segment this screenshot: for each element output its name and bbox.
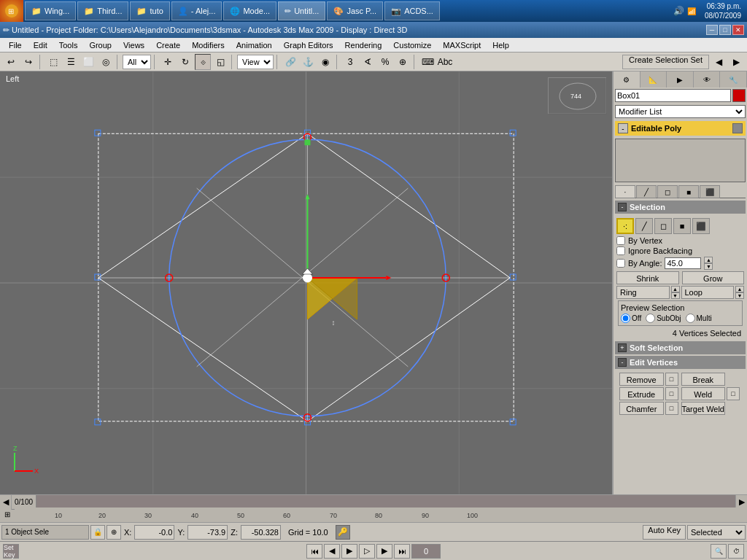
element-icon[interactable]: ⬛ [692, 218, 710, 234]
target-weld-button[interactable]: Target Weld [681, 402, 726, 415]
menu-help[interactable]: Help [487, 39, 515, 51]
rect-select-button[interactable]: ⬜ [80, 54, 96, 70]
loop-up-button[interactable]: ▲ [735, 286, 744, 292]
bind-button[interactable]: ◉ [317, 54, 333, 70]
lock-icon[interactable]: 🔒 [90, 525, 105, 540]
unlink-button[interactable]: ⚓ [300, 54, 316, 70]
toolbar-extra1[interactable]: ◀ [711, 54, 727, 70]
3d-snap-button[interactable]: 3 [342, 54, 358, 70]
menu-maxscript[interactable]: MAXScript [437, 39, 487, 51]
scale-button[interactable]: ⟐ [195, 54, 211, 70]
menu-animation[interactable]: Animation [231, 39, 278, 51]
remove-button[interactable]: Remove [619, 373, 664, 386]
angle-value-input[interactable] [665, 257, 701, 269]
transform-button[interactable]: ◱ [212, 54, 228, 70]
start-button[interactable]: ⊞ [0, 0, 23, 22]
key-icon[interactable]: 🔑 [336, 525, 350, 540]
undo-button[interactable]: ↩ [3, 54, 19, 70]
auto-key-button[interactable]: Auto Key [643, 525, 686, 540]
abc-button[interactable]: Abc [437, 54, 453, 70]
move-button[interactable]: ✛ [160, 54, 176, 70]
go-to-start-button[interactable]: ⏮ [306, 544, 322, 559]
vertex-icon[interactable]: ·: [616, 218, 634, 234]
preview-subobj-radio[interactable]: SubObj [646, 314, 681, 323]
go-to-end-button[interactable]: ⏭ [394, 544, 410, 559]
rotate-button[interactable]: ↻ [177, 54, 193, 70]
create-selection-button[interactable]: Create Selection Set [622, 55, 709, 69]
object-color-box[interactable] [732, 89, 746, 102]
shrink-button[interactable]: Shrink [616, 271, 679, 284]
soft-selection-toggle[interactable]: + [618, 343, 627, 352]
select-name-button[interactable]: ☰ [63, 54, 79, 70]
next-frame-button[interactable]: ▶ [376, 544, 392, 559]
taskbar-item-jasc[interactable]: 🎨Jasc P... [327, 1, 383, 20]
weld-button[interactable]: Weld [681, 387, 726, 400]
select-by-button[interactable]: ◎ [98, 54, 114, 70]
extrude-button[interactable]: Extrude [619, 387, 664, 400]
tab-motion[interactable]: ▶ [667, 71, 694, 88]
menu-graph-editors[interactable]: Graph Editors [278, 39, 339, 51]
loop-down-button[interactable]: ▼ [735, 292, 744, 299]
vertex-tab[interactable]: · [615, 185, 635, 198]
prev-frame-button[interactable]: ◀ [324, 544, 340, 559]
selected-dropdown[interactable]: Selected [687, 525, 746, 540]
taskbar-item-acds[interactable]: 📷ACDS... [384, 1, 440, 20]
play-selected-button[interactable]: ▷ [359, 544, 375, 559]
taskbar-item-alej[interactable]: 👤- Alej... [171, 1, 222, 20]
ring-down-button[interactable]: ▼ [671, 292, 680, 299]
weld-settings-button[interactable]: □ [727, 387, 740, 400]
tab-modify[interactable]: ⚙ [614, 71, 640, 88]
polygon-icon[interactable]: ■ [673, 218, 691, 234]
taskbar-item-wing[interactable]: 📁Wing... [25, 1, 76, 20]
tab-utilities[interactable]: 🔧 [720, 71, 747, 88]
viewport[interactable]: Left [0, 71, 612, 494]
edit-vertices-header[interactable]: - Edit Vertices [615, 356, 746, 369]
border-icon[interactable]: ◻ [654, 218, 672, 234]
maximize-button[interactable]: □ [719, 25, 731, 35]
grow-button[interactable]: Grow [682, 271, 745, 284]
toolbar-extra2[interactable]: ▶ [728, 54, 744, 70]
edge-icon[interactable]: ╱ [635, 218, 653, 234]
menu-views[interactable]: Views [117, 39, 150, 51]
remove-settings-button[interactable]: □ [665, 373, 678, 386]
menu-rendering[interactable]: Rendering [339, 39, 388, 51]
y-coord-input[interactable] [187, 525, 228, 540]
menu-customize[interactable]: Customize [387, 39, 437, 51]
by-angle-checkbox[interactable] [616, 259, 625, 268]
menu-tools[interactable]: Tools [53, 39, 84, 51]
edge-tab[interactable]: ╱ [636, 185, 657, 198]
menu-group[interactable]: Group [83, 39, 117, 51]
play-button[interactable]: ▶ [341, 544, 357, 559]
selection-section-header[interactable]: - Selection [615, 201, 746, 214]
view-dropdown[interactable]: View [237, 55, 274, 69]
border-tab[interactable]: ◻ [657, 185, 678, 198]
taskbar-item-tuto[interactable]: 📁tuto [130, 1, 169, 20]
break-button[interactable]: Break [681, 373, 726, 386]
tab-hierarchy[interactable]: 📐 [640, 71, 667, 88]
ep-settings-button[interactable] [732, 123, 743, 133]
tab-display[interactable]: 👁 [694, 71, 721, 88]
chamfer-settings-button[interactable]: □ [665, 402, 678, 415]
taskbar-item-third[interactable]: 📁Third... [77, 1, 128, 20]
element-tab[interactable]: ⬛ [700, 185, 720, 198]
zoom-time-button[interactable]: 🔍 [711, 544, 727, 559]
object-name-input[interactable] [615, 89, 731, 102]
keyboard-short-button[interactable]: ⌨ [419, 54, 436, 70]
soft-selection-header[interactable]: + Soft Selection [615, 341, 746, 354]
poly-tab[interactable]: ■ [678, 185, 699, 198]
angle-up-button[interactable]: ▲ [704, 257, 713, 263]
edit-vertices-toggle[interactable]: - [618, 358, 627, 367]
preview-off-radio[interactable]: Off [621, 314, 641, 323]
percent-snap-button[interactable]: % [377, 54, 393, 70]
taskbar-item-mode[interactable]: 🌐Mode... [223, 1, 276, 20]
taskbar-item-untitled[interactable]: ✏Untitl... [278, 1, 325, 20]
close-button[interactable]: ✕ [732, 25, 744, 35]
redo-button[interactable]: ↪ [20, 54, 36, 70]
current-frame-input[interactable] [411, 544, 441, 559]
modifier-list-dropdown[interactable]: Modifier List [615, 105, 746, 118]
menu-modifiers[interactable]: Modifiers [186, 39, 231, 51]
ring-up-button[interactable]: ▲ [671, 286, 680, 292]
angle-down-button[interactable]: ▼ [704, 263, 713, 270]
selection-filter-dropdown[interactable]: All [123, 55, 151, 69]
xyz-icon[interactable]: ⊕ [107, 525, 121, 540]
